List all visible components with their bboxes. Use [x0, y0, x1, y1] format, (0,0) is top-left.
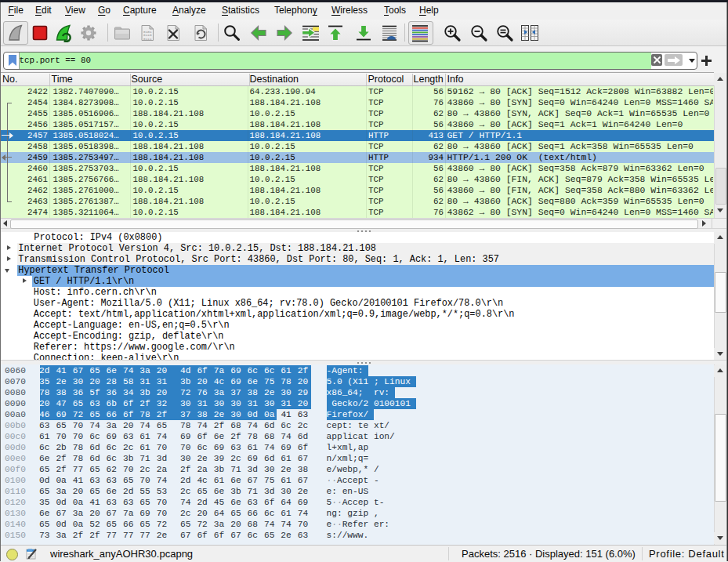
svg-text:0111: 0111 [143, 37, 152, 41]
